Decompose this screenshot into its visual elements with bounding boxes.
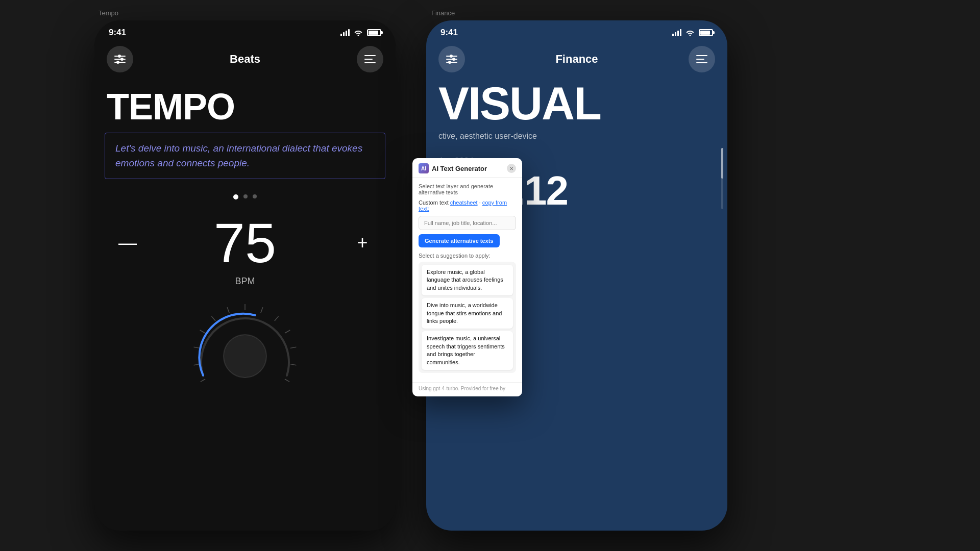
tempo-nav-bar: Beats [94,42,396,81]
bpm-section: — 75 + [94,210,396,276]
hamburger-icon [364,55,376,63]
tempo-bg-label: Tempo [99,9,118,17]
dot-2 [243,194,248,198]
knob-area [94,295,396,382]
finance-bg-label: Finance [431,9,455,17]
ai-suggestion-3[interactable]: Investigate music, a universal speech th… [422,331,513,370]
tempo-selected-text-box: Let's delve into music, an international… [105,133,385,179]
finance-sliders-icon [446,56,457,63]
ai-popup-title: AI Text Generator [432,165,487,172]
svg-line-7 [261,307,263,313]
tempo-menu-button[interactable] [357,46,383,72]
ai-popup-body: Select text layer and generate alternati… [412,178,522,382]
finance-subtitle: ctive, aesthetic user-device [426,132,727,156]
svg-line-8 [275,316,279,321]
bpm-minus-button[interactable]: — [115,232,140,254]
ai-popup: AI AI Text Generator ✕ Select text layer… [412,158,522,396]
ai-custom-text-input[interactable] [419,216,516,230]
battery-icon [367,29,381,36]
svg-line-9 [285,330,290,333]
dots-indicator [94,184,396,210]
tempo-sliders-button[interactable] [107,46,133,72]
finance-hamburger-icon [696,55,707,63]
ai-generate-button[interactable]: Generate alternative texts [419,234,500,247]
svg-line-10 [290,347,297,348]
finance-big-title: VISUAL [426,81,727,132]
ai-instruction-text: Select text layer and generate alternati… [419,183,516,195]
ai-suggestion-1[interactable]: Explore music, a global language that ar… [422,265,513,295]
svg-line-0 [200,379,205,382]
finance-time: 9:41 [440,28,458,38]
finance-battery-icon [699,29,713,36]
svg-line-11 [290,364,297,365]
finance-status-icons [672,29,713,36]
svg-line-5 [227,307,229,313]
tempo-status-icons [340,29,381,36]
sliders-icon [114,56,126,63]
svg-line-12 [285,379,290,382]
bpm-plus-button[interactable]: + [350,232,375,254]
signal-icon [340,29,350,36]
ai-suggestions-label: Select a suggestion to apply: [419,253,516,259]
tempo-big-title: TEMPO [94,81,396,128]
finance-wifi-icon [685,29,695,36]
finance-menu-button[interactable] [689,46,715,72]
svg-line-3 [200,330,205,333]
bpm-value: 75 [214,215,276,271]
tempo-knob[interactable] [189,300,301,382]
tempo-selected-text: Let's delve into music, an international… [115,141,375,170]
finance-nav-bar: Finance [426,42,727,81]
svg-point-13 [224,335,266,378]
finance-scroll-thumb [721,148,723,179]
ai-popup-title-row: AI AI Text Generator [419,163,487,173]
tempo-nav-title: Beats [230,53,260,66]
ai-suggestions-box: Explore music, a global language that ar… [419,262,516,373]
finance-scroll-bar [721,148,723,209]
ai-footer: Using gpt-4-turbo. Provided for free by [412,382,522,396]
ai-logo: AI [419,163,429,173]
finance-sliders-button[interactable] [438,46,465,72]
tempo-status-bar: 9:41 [94,20,396,42]
ai-suggestion-2[interactable]: Dive into music, a worldwide tongue that… [422,298,513,329]
tempo-time: 9:41 [109,28,126,38]
dot-3 [253,194,257,198]
ai-custom-text-row: Custom text cheatsheet · copy from text: [419,199,516,212]
tempo-phone: 9:41 Beats TEM [94,20,396,531]
ai-cheatsheet-link[interactable]: cheatsheet [450,199,478,206]
svg-line-2 [194,347,200,348]
finance-nav-title: Finance [555,53,598,66]
wifi-icon [354,29,363,36]
ai-popup-header: AI AI Text Generator ✕ [412,158,522,178]
dot-1 [233,194,238,199]
ai-custom-text-label: Custom text [419,199,449,206]
finance-signal-icon [672,29,681,36]
svg-line-4 [211,316,215,321]
ai-close-button[interactable]: ✕ [507,164,516,173]
bpm-label: BPM [94,276,396,295]
finance-status-bar: 9:41 [426,20,727,42]
